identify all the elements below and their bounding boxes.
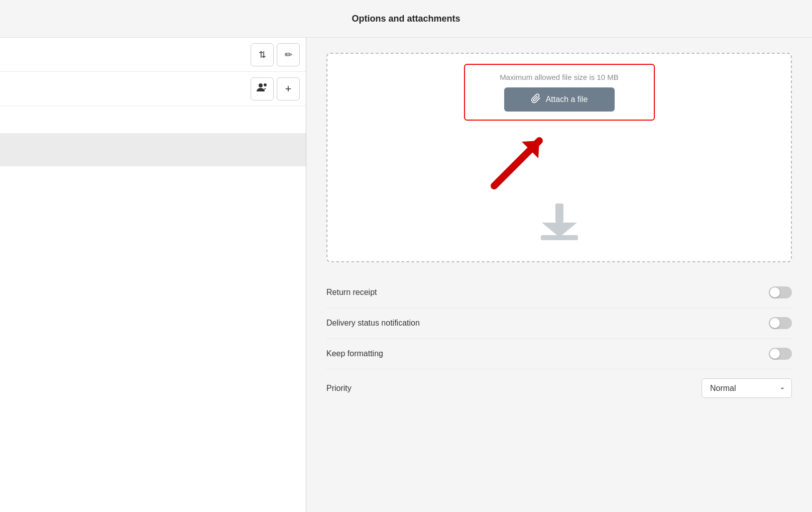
option-row-return-receipt: Return receipt	[326, 277, 792, 308]
left-panel: ⇅ ✏	[0, 38, 306, 512]
download-icon	[537, 201, 582, 241]
option-row-keep-formatting: Keep formatting	[326, 339, 792, 369]
sort-icon: ⇅	[259, 49, 266, 60]
sort-button[interactable]: ⇅	[251, 43, 274, 66]
priority-select[interactable]: Normal Low High	[702, 378, 792, 398]
keep-formatting-toggle[interactable]	[769, 348, 792, 360]
option-row-delivery-status: Delivery status notification	[326, 308, 792, 339]
paperclip-icon	[531, 93, 541, 106]
attach-highlight-box: Maximum allowed file size is 10 MB Attac…	[464, 64, 655, 121]
priority-label: Priority	[326, 384, 352, 393]
arrow-annotation	[337, 126, 781, 196]
group-icon	[257, 83, 268, 94]
edit-button[interactable]: ✏	[277, 43, 300, 66]
keep-formatting-label: Keep formatting	[326, 349, 383, 358]
svg-rect-6	[541, 235, 578, 240]
return-receipt-toggle[interactable]	[769, 286, 792, 298]
svg-marker-5	[542, 223, 577, 237]
svg-rect-4	[555, 203, 563, 223]
group-button[interactable]	[251, 77, 274, 100]
left-row-gray-1	[0, 134, 306, 166]
attach-file-label: Attach a file	[546, 95, 588, 104]
drop-zone[interactable]: Maximum allowed file size is 10 MB Attac…	[326, 53, 792, 262]
delivery-status-label: Delivery status notification	[326, 319, 420, 328]
main-layout: ⇅ ✏	[0, 38, 812, 512]
return-receipt-label: Return receipt	[326, 288, 377, 297]
option-row-priority: Priority Normal Low High	[326, 369, 792, 407]
add-button[interactable]: +	[277, 77, 300, 100]
attach-file-button[interactable]: Attach a file	[504, 87, 615, 112]
left-row-2: +	[0, 72, 306, 106]
delivery-status-toggle[interactable]	[769, 317, 792, 329]
svg-point-0	[259, 83, 263, 87]
left-row-empty-1	[0, 106, 306, 134]
red-arrow-svg	[479, 126, 579, 191]
file-size-text: Maximum allowed file size is 10 MB	[500, 73, 619, 81]
page-title: Options and attachments	[352, 14, 460, 24]
options-section: Return receipt Delivery status notificat…	[326, 277, 792, 407]
left-row-2-actions: +	[251, 77, 300, 100]
edit-icon: ✏	[285, 49, 292, 60]
right-panel: Maximum allowed file size is 10 MB Attac…	[306, 38, 812, 512]
svg-point-1	[264, 83, 267, 86]
left-row-1-actions: ⇅ ✏	[251, 43, 300, 66]
header: Options and attachments	[0, 0, 812, 38]
left-row-1: ⇅ ✏	[0, 38, 306, 72]
add-icon: +	[285, 82, 292, 95]
download-icon-area	[337, 196, 781, 251]
